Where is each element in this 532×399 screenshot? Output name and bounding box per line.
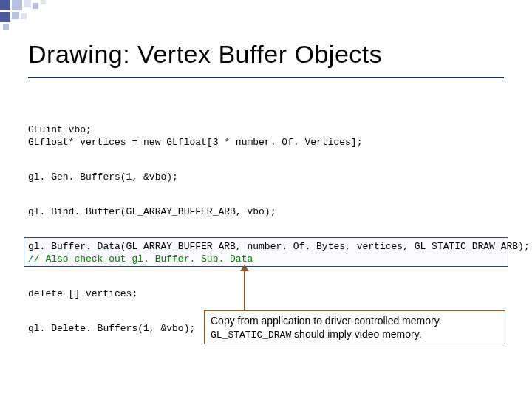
callout-arrow-line: [244, 267, 245, 310]
code-line-3: gl. Gen. Buffers(1, &vbo);: [28, 171, 178, 184]
title-underline: [28, 77, 504, 78]
callout-text-2: should imply video memory.: [291, 328, 421, 340]
code-line-6-comment: // Also check out gl. Buffer. Sub. Data: [28, 253, 253, 266]
corner-decoration: [0, 0, 89, 30]
code-line-5: gl. Buffer. Data(GL_ARRAY_BUFFER_ARB, nu…: [28, 241, 530, 253]
callout-arrow-head: [240, 265, 249, 271]
callout-mono: GL_STATIC_DRAW: [211, 330, 291, 341]
code-line-4: gl. Bind. Buffer(GL_ARRAY_BUFFER_ARB, vb…: [28, 206, 276, 219]
code-line-8: gl. Delete. Buffers(1, &vbo);: [28, 323, 195, 335]
slide-title: Drawing: Vertex Buffer Objects: [28, 40, 382, 69]
callout-box: Copy from application to driver-controll…: [204, 310, 505, 344]
code-line-7: delete [] vertices;: [28, 288, 137, 301]
code-line-2: GLfloat* vertices = new GLfloat[3 * numb…: [28, 137, 362, 149]
code-line-1: GLuint vbo;: [28, 124, 92, 137]
callout-text-1: Copy from application to driver-controll…: [211, 315, 442, 327]
